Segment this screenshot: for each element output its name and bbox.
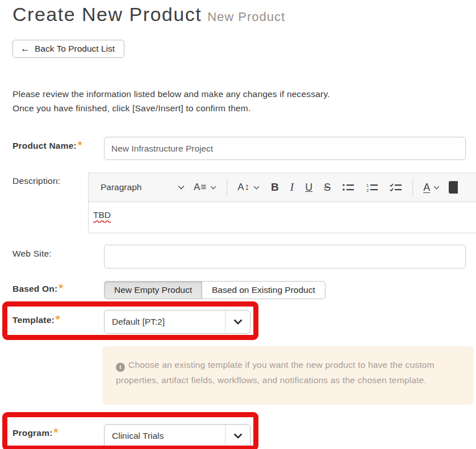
template-dropdown-caret[interactable] (225, 310, 250, 333)
chevron-down-icon (210, 186, 216, 190)
strikethrough-icon: S (324, 182, 331, 194)
font-color-button[interactable]: A (419, 179, 444, 196)
back-arrow-icon: ← (20, 43, 30, 54)
chevron-down-icon (233, 319, 243, 325)
based-on-toggle-group: New Empty Product Based on Existing Prod… (104, 281, 325, 299)
program-dropdown-value: Clinical Trials (105, 425, 225, 447)
info-icon: i (116, 363, 125, 372)
back-to-product-list-button[interactable]: ← Back To Product List (12, 40, 124, 58)
description-text: TBD (93, 210, 111, 220)
instructions-line-2: Once you have finished, click [Save/Inse… (12, 101, 330, 115)
bullet-list-icon (342, 182, 354, 192)
bold-icon: B (271, 181, 279, 194)
page-title: Create New Product (12, 3, 202, 25)
program-dropdown-caret[interactable] (225, 425, 250, 447)
required-star-icon: ★ (58, 283, 64, 289)
template-help-box: iChoose an existing template if you want… (102, 346, 474, 405)
font-color-icon: A (423, 182, 430, 194)
description-editor-body[interactable]: TBD (88, 202, 476, 233)
required-star-icon: ★ (55, 314, 61, 321)
page-subtitle: New Product (207, 10, 285, 24)
create-new-product-page: Create New ProductNew Product ← Back To … (0, 0, 476, 449)
toolbar-divider (412, 179, 413, 196)
rich-text-editor: Paragraph A≡ A↕ B I U S (88, 173, 476, 233)
svg-text:1: 1 (366, 183, 369, 188)
font-size-icon: A↕ (237, 182, 250, 193)
numbered-list-icon: 1 2 (366, 182, 378, 192)
paragraph-style-dropdown[interactable]: Paragraph (96, 179, 187, 195)
template-label: Template:★ (12, 315, 61, 325)
instructions-text: Please review the information listed bel… (12, 87, 330, 115)
page-header: Create New ProductNew Product (12, 3, 285, 26)
strikethrough-button[interactable]: S (319, 179, 335, 196)
italic-icon: I (290, 181, 294, 194)
checklist-icon (390, 182, 402, 192)
toolbar-divider (227, 179, 227, 196)
chevron-down-icon (233, 433, 243, 439)
bold-button[interactable]: B (266, 178, 283, 196)
numbered-list-button[interactable]: 1 2 (361, 179, 383, 195)
instructions-line-1: Please review the information listed bel… (12, 87, 330, 101)
template-dropdown-value: Default [PT:2] (105, 310, 225, 333)
program-dropdown[interactable]: Clinical Trials (104, 424, 250, 448)
svg-text:2: 2 (366, 188, 369, 192)
highlight-color-icon[interactable] (449, 181, 458, 194)
italic-button[interactable]: I (286, 178, 298, 196)
product-name-label: Product Name:★ (12, 141, 83, 151)
program-label: Program:★ (12, 428, 59, 438)
required-star-icon: ★ (77, 140, 83, 146)
based-on-label: Based On:★ (12, 284, 64, 294)
toggle-based-on-existing-product[interactable]: Based on Existing Product (202, 281, 325, 299)
chevron-down-icon (178, 185, 185, 190)
chevron-down-icon (253, 186, 260, 190)
back-button-label: Back To Product List (35, 44, 115, 54)
chevron-down-icon (433, 186, 440, 190)
web-site-input[interactable] (104, 245, 466, 268)
template-help-text: Choose an existing template if you want … (116, 360, 435, 385)
checklist-button[interactable] (385, 179, 407, 195)
description-label: Description: (12, 176, 60, 186)
font-format-icon: A≡ (194, 182, 207, 193)
required-star-icon: ★ (53, 427, 59, 434)
underline-icon: U (305, 182, 312, 194)
underline-button[interactable]: U (300, 179, 317, 196)
toggle-new-empty-product[interactable]: New Empty Product (104, 281, 202, 299)
bullet-list-button[interactable] (337, 179, 359, 195)
template-dropdown[interactable]: Default [PT:2] (104, 310, 250, 334)
font-format-button[interactable]: A≡ (189, 179, 221, 196)
web-site-label: Web Site: (12, 249, 52, 259)
font-size-button[interactable]: A↕ (233, 179, 264, 196)
editor-toolbar: Paragraph A≡ A↕ B I U S (88, 173, 476, 202)
product-name-input[interactable] (104, 137, 466, 160)
